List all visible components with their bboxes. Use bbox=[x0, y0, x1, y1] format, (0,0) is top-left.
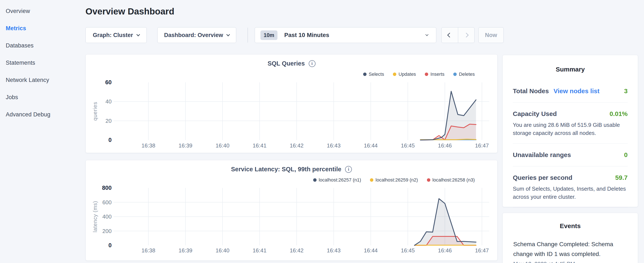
controls-divider bbox=[248, 28, 248, 43]
event-timestamp: May 13, 2020 at 4:45 PM bbox=[513, 261, 627, 263]
time-step-buttons bbox=[442, 27, 474, 43]
summary-row-value: 0 bbox=[624, 151, 628, 158]
x-tick-label: 16:44 bbox=[364, 142, 378, 149]
sql-queries-card: SQL Queries i SelectsUpdatesInsertsDelet… bbox=[86, 54, 498, 153]
y-tick-label: 400 bbox=[102, 213, 112, 220]
view-nodes-list-link[interactable]: View nodes list bbox=[554, 87, 599, 95]
y-tick-label: 200 bbox=[102, 228, 112, 234]
summary-panel: Summary Total NodesView nodes list3Capac… bbox=[502, 55, 638, 207]
x-tick-label: 16:47 bbox=[475, 247, 489, 254]
sidebar-item-jobs[interactable]: Jobs bbox=[6, 89, 85, 106]
time-range-badge: 10m bbox=[260, 31, 278, 40]
sql-queries-chart[interactable]: 020406016:3816:3916:4016:4116:4216:4316:… bbox=[86, 55, 498, 153]
sidebar-item-advanced-debug[interactable]: Advanced Debug bbox=[6, 106, 85, 123]
x-tick-label: 16:46 bbox=[438, 142, 452, 149]
y-tick-label: 60 bbox=[105, 79, 112, 86]
summary-row-value: 0.01% bbox=[610, 110, 628, 117]
summary-row-label: Unavailable ranges bbox=[513, 151, 571, 158]
summary-divider bbox=[513, 166, 628, 166]
summary-row-unavailable-ranges: Unavailable ranges0 bbox=[513, 150, 628, 160]
summary-divider bbox=[513, 102, 628, 103]
x-tick-label: 16:41 bbox=[252, 247, 266, 254]
summary-row-queries-per-second: Queries per second59.7 bbox=[513, 173, 628, 183]
x-tick-label: 16:42 bbox=[290, 142, 304, 149]
chevron-down-icon bbox=[136, 33, 140, 36]
now-button[interactable]: Now bbox=[478, 27, 504, 43]
sidebar: OverviewMetricsDatabasesStatementsNetwor… bbox=[0, 0, 85, 263]
x-tick-label: 16:42 bbox=[290, 247, 304, 254]
y-axis-label: queries bbox=[92, 102, 98, 121]
events-list: Schema Change Completed: Schema change w… bbox=[513, 239, 627, 263]
y-tick-label: 600 bbox=[102, 199, 112, 205]
x-tick-label: 16:47 bbox=[475, 142, 489, 149]
events-panel: Events Schema Change Completed: Schema c… bbox=[502, 213, 638, 263]
summary-row-label: Total Nodes bbox=[513, 87, 549, 95]
summary-rows: Total NodesView nodes list3Capacity Used… bbox=[513, 86, 628, 224]
event-item[interactable]: Schema Change Completed: Schema change w… bbox=[513, 239, 627, 263]
sidebar-item-databases[interactable]: Databases bbox=[6, 37, 85, 54]
sidebar-item-overview[interactable]: Overview bbox=[6, 3, 85, 20]
dashboard-dropdown-label: Dashboard: Overview bbox=[164, 32, 223, 39]
prev-time-button[interactable] bbox=[442, 28, 458, 43]
x-tick-label: 16:43 bbox=[327, 247, 340, 254]
y-tick-label: 0 bbox=[108, 242, 112, 248]
next-time-button[interactable] bbox=[458, 28, 474, 43]
sidebar-nav-list: OverviewMetricsDatabasesStatementsNetwor… bbox=[6, 3, 85, 123]
y-tick-label: 0 bbox=[108, 137, 112, 143]
x-tick-label: 16:41 bbox=[252, 142, 266, 149]
summary-row-subtext: Sum of Selects, Updates, Inserts, and De… bbox=[513, 185, 628, 201]
summary-row-value: 3 bbox=[624, 87, 628, 95]
event-text: Schema Change Completed: Schema change w… bbox=[513, 239, 627, 259]
y-tick-label: 40 bbox=[106, 98, 112, 105]
summary-row-label: Capacity Used bbox=[513, 110, 557, 117]
summary-title: Summary bbox=[513, 66, 628, 73]
service-latency-card: Service Latency: SQL, 99th percentile i … bbox=[86, 160, 498, 261]
y-tick-label: 20 bbox=[106, 118, 112, 124]
x-tick-label: 16:38 bbox=[142, 247, 155, 254]
x-tick-label: 16:39 bbox=[178, 142, 192, 149]
x-tick-label: 16:45 bbox=[401, 142, 415, 149]
y-axis-label: latency (ms) bbox=[92, 201, 98, 232]
summary-row-value: 59.7 bbox=[615, 174, 628, 181]
events-title: Events bbox=[513, 222, 627, 229]
x-tick-label: 16:45 bbox=[401, 247, 415, 254]
x-tick-label: 16:46 bbox=[438, 247, 452, 254]
x-tick-label: 16:38 bbox=[142, 142, 155, 149]
chevron-right-icon bbox=[464, 33, 468, 38]
time-range-selector[interactable]: 10m Past 10 Minutes bbox=[255, 27, 436, 43]
controls-bar: Graph: Cluster Dashboard: Overview 10m P… bbox=[86, 27, 511, 43]
time-range-label: Past 10 Minutes bbox=[284, 32, 426, 39]
page-title: Overview Dashboard bbox=[86, 7, 174, 17]
sidebar-item-metrics[interactable]: Metrics bbox=[6, 20, 85, 37]
chevron-down-icon bbox=[226, 33, 230, 36]
summary-row-capacity-used: Capacity Used0.01% bbox=[513, 109, 628, 119]
x-tick-label: 16:44 bbox=[364, 247, 378, 254]
x-tick-label: 16:39 bbox=[178, 247, 192, 254]
x-tick-label: 16:40 bbox=[216, 247, 230, 254]
summary-row-total-nodes: Total NodesView nodes list3 bbox=[513, 86, 628, 96]
summary-row-label: Queries per second bbox=[513, 174, 572, 181]
chevron-down-icon bbox=[426, 33, 428, 36]
sidebar-item-network-latency[interactable]: Network Latency bbox=[6, 72, 85, 89]
graph-dropdown[interactable]: Graph: Cluster bbox=[86, 27, 147, 43]
dashboard-dropdown[interactable]: Dashboard: Overview bbox=[157, 27, 236, 43]
sidebar-item-statements[interactable]: Statements bbox=[6, 54, 85, 72]
summary-row-subtext: You are using 28.6 MiB of 515.9 GiB usab… bbox=[513, 121, 628, 137]
x-tick-label: 16:43 bbox=[327, 142, 340, 149]
summary-divider bbox=[513, 207, 628, 207]
y-tick-label: 800 bbox=[102, 185, 112, 191]
x-tick-label: 16:40 bbox=[216, 142, 230, 149]
chevron-left-icon bbox=[447, 33, 452, 38]
service-latency-chart[interactable]: 020040060080016:3816:3916:4016:4116:4216… bbox=[86, 160, 498, 261]
summary-divider bbox=[513, 143, 628, 144]
graph-dropdown-label: Graph: Cluster bbox=[93, 32, 133, 39]
